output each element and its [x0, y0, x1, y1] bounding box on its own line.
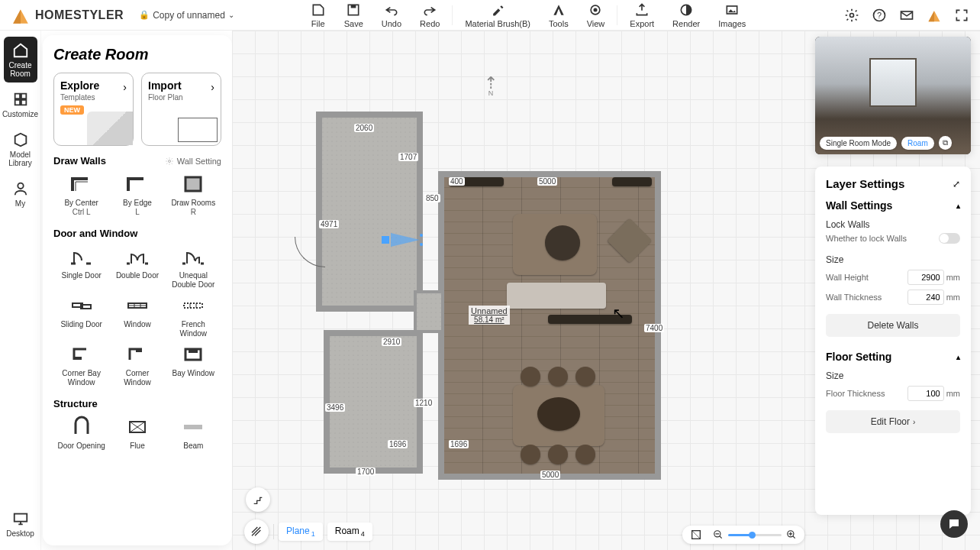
mail-icon[interactable] [899, 8, 914, 23]
dimension-label: 1707 [398, 153, 418, 161]
floor-plan[interactable]: 2060 1707 4971 850 400 5000 2910 3496 12… [316, 84, 743, 489]
zoom-slider[interactable] [728, 534, 782, 536]
beam-tool[interactable]: Beam [166, 416, 221, 451]
zoom-in-icon[interactable] [786, 529, 797, 540]
flue-tool[interactable]: Flue [109, 416, 165, 451]
zoom-out-icon[interactable] [713, 529, 724, 540]
floor-up-button[interactable] [246, 487, 270, 512]
window-tool[interactable]: Window [109, 294, 165, 338]
caret-up-icon: ▴ [956, 202, 960, 210]
wall-thickness-label: Wall Thickness [826, 293, 882, 302]
explore-card[interactable]: Explore Templates NEW › [53, 73, 134, 146]
expand-icon[interactable]: ⤢ [953, 179, 960, 189]
unit-label: mm [946, 389, 960, 398]
french-window-tool[interactable]: French Window [166, 294, 221, 338]
by-edge-tool[interactable]: By EdgeL [109, 173, 165, 217]
fullscreen-icon[interactable] [954, 8, 969, 23]
copy-preview-button[interactable]: ⧉ [939, 136, 952, 150]
by-center-tool[interactable]: By CenterCtrl L [53, 173, 109, 217]
rail-my[interactable]: My [4, 175, 37, 212]
wall-height-input[interactable] [907, 270, 944, 285]
room-label[interactable]: Unnamed 58.14 m² [469, 306, 510, 325]
gear-icon [165, 157, 174, 166]
fit-screen-icon[interactable] [690, 529, 702, 541]
redo-button[interactable]: Redo [411, 2, 449, 28]
floor-thickness-input[interactable] [907, 386, 944, 401]
draw-rooms-tool[interactable]: Draw RoomsR [166, 173, 221, 217]
settings-icon[interactable] [844, 8, 859, 23]
dimension-label: 1210 [414, 399, 434, 407]
canvas[interactable]: ⇡N [232, 31, 980, 550]
chevron-down-icon: ⌄ [228, 11, 234, 19]
svg-rect-3 [351, 5, 356, 8]
roam-mode-button[interactable]: Roam [901, 137, 934, 150]
svg-rect-30 [382, 236, 389, 244]
export-button[interactable]: Export [621, 2, 663, 28]
dimension-label: 2060 [354, 124, 374, 132]
logo-small-icon[interactable] [927, 8, 942, 23]
dimension-label: 5000 [540, 471, 560, 479]
lock-icon: 🔒 [139, 10, 150, 20]
caret-up-icon: ▴ [956, 353, 960, 361]
create-room-panel: Create Room Explore Templates NEW › Impo… [43, 35, 232, 545]
hatch-toggle-button[interactable] [244, 519, 269, 544]
plane-tab[interactable]: Plane1 [279, 522, 323, 541]
roam-tab[interactable]: Roam4 [327, 522, 372, 541]
rail-create-room[interactable]: Create Room [4, 37, 37, 82]
brand-logo-icon [11, 7, 31, 24]
size-heading: Size [826, 254, 960, 265]
help-icon[interactable]: ? [872, 8, 887, 23]
camera-icon[interactable] [382, 231, 426, 249]
wall-height-label: Wall Height [826, 273, 869, 282]
rail-customize[interactable]: Customize [4, 86, 37, 123]
floor-thickness-label: Floor Thickness [826, 389, 885, 398]
edit-floor-button[interactable]: Edit Floor› [826, 410, 960, 433]
wall-setting-link[interactable]: Wall Setting [165, 157, 221, 166]
dimension-label: 850 [424, 194, 440, 202]
single-door-tool[interactable]: Single Door [53, 245, 109, 290]
explore-thumb-icon [87, 112, 133, 145]
undo-button[interactable]: Undo [372, 2, 411, 28]
images-button[interactable]: Images [709, 2, 755, 28]
rail-desktop[interactable]: Desktop [4, 505, 37, 542]
dimension-label: 4971 [319, 220, 339, 228]
svg-marker-31 [391, 233, 420, 247]
svg-rect-23 [184, 303, 202, 308]
svg-rect-8 [727, 6, 737, 14]
chevron-right-icon: › [913, 418, 915, 426]
unequal-double-door-tool[interactable]: Unequal Double Door [166, 245, 221, 290]
lock-walls-desc: Whether to lock Walls [826, 234, 907, 243]
app-header: HOMESTYLER 🔒 Copy of unnamed ⌄ File Save… [0, 0, 980, 31]
import-card[interactable]: Import Floor Plan › [141, 73, 221, 146]
bay-window-tool[interactable]: Bay Window [166, 343, 221, 387]
header-right: ? [801, 8, 969, 23]
size-heading-2: Size [826, 370, 960, 381]
material-brush-button[interactable]: Material Brush(B) [456, 2, 540, 28]
lock-walls-toggle[interactable] [939, 233, 960, 244]
layer-settings-panel: Layer Settings ⤢ Wall Settings▴ Lock Wal… [815, 167, 971, 515]
wall-thickness-input[interactable] [907, 290, 944, 305]
preview-3d[interactable]: Single Room Mode Roam ⧉ [815, 37, 971, 154]
svg-rect-24 [74, 357, 82, 360]
file-name-dropdown[interactable]: 🔒 Copy of unnamed ⌄ [139, 10, 234, 21]
sliding-door-tool[interactable]: Sliding Door [53, 294, 109, 338]
file-button[interactable]: File [301, 2, 335, 28]
view-button[interactable]: View [578, 2, 614, 28]
save-button[interactable]: Save [335, 2, 372, 28]
feedback-button[interactable] [940, 510, 968, 538]
tools-button[interactable]: Tools [540, 2, 578, 28]
view-mode-bar: Plane1 Roam4 [244, 519, 372, 544]
delete-walls-button[interactable]: Delete Walls [826, 314, 960, 337]
floor-setting-section[interactable]: Floor Setting▴ [826, 351, 960, 363]
wall-settings-section[interactable]: Wall Settings▴ [826, 199, 960, 212]
rail-model-library[interactable]: Model Library [4, 126, 37, 172]
door-window-section: Door and Window [53, 228, 221, 239]
door-opening-tool[interactable]: Door Opening [53, 416, 109, 451]
double-door-tool[interactable]: Double Door [109, 245, 165, 290]
dimension-label: 5000 [537, 177, 557, 186]
single-room-mode-button[interactable]: Single Room Mode [820, 137, 897, 150]
dimension-label: 1700 [356, 467, 376, 476]
corner-window-tool[interactable]: Corner Window [109, 343, 165, 387]
corner-bay-window-tool[interactable]: Corner Bay Window [53, 343, 109, 387]
render-button[interactable]: Render [663, 2, 709, 28]
